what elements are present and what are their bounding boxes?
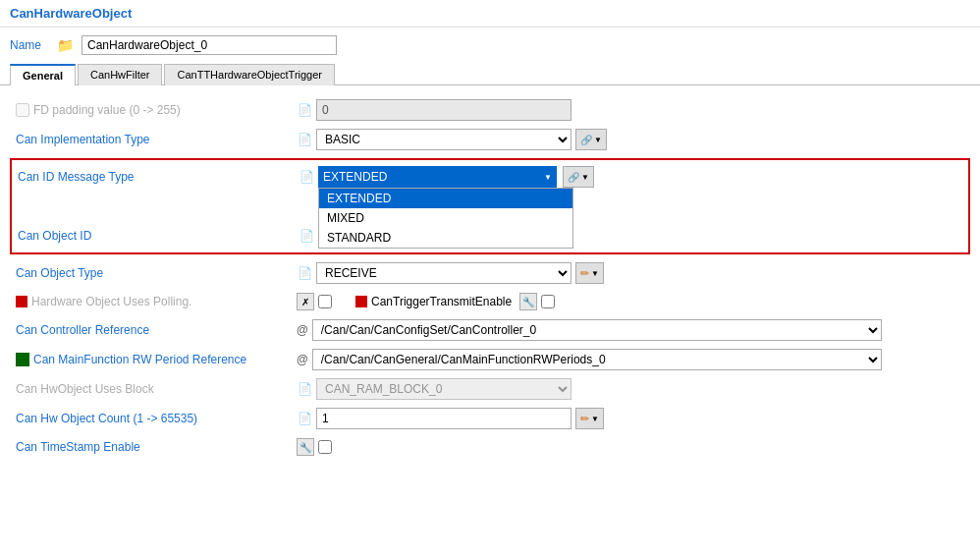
can-impl-type-row: Can Implementation Type 📄 BASIC 🔗 ▼ [10, 125, 970, 154]
can-hw-block-label: Can HwObject Uses Block [16, 382, 291, 396]
can-hw-count-label: Can Hw Object Count (1 -> 65535) [16, 412, 291, 425]
fd-padding-label: FD padding value (0 -> 255) [16, 103, 291, 117]
can-id-msg-type-row: Can ID Message Type 📄 EXTENDED ▼ EXTENDE… [12, 162, 968, 192]
can-hw-block-select[interactable]: CAN_RAM_BLOCK_0 [316, 378, 572, 400]
can-id-msg-dropdown-wrapper: EXTENDED ▼ EXTENDED MIXED STANDARD [318, 166, 557, 188]
can-obj-type-doc-icon: 📄 [297, 265, 312, 281]
pencil-icon-2: ✏ [580, 413, 589, 425]
can-obj-id-doc-icon: 📄 [299, 228, 314, 244]
can-hw-block-row: Can HwObject Uses Block 📄 CAN_RAM_BLOCK_… [10, 374, 970, 404]
can-object-type-label: Can Object Type [16, 266, 291, 280]
can-id-doc-icon: 📄 [299, 169, 314, 185]
highlight-region: Can ID Message Type 📄 EXTENDED ▼ EXTENDE… [10, 158, 970, 254]
can-timestamp-row: Can TimeStamp Enable 🔧 [10, 433, 970, 461]
can-timestamp-label: Can TimeStamp Enable [16, 440, 291, 454]
fd-padding-input[interactable] [316, 99, 572, 121]
arrow-icon-5: ▼ [591, 415, 599, 423]
fd-padding-doc-icon: 📄 [297, 102, 312, 118]
tabs-bar: General CanHwFilter CanTTHardwareObjectT… [0, 63, 980, 85]
tab-cantt[interactable]: CanTTHardwareObjectTrigger [164, 64, 335, 85]
can-impl-type-link-btn[interactable]: 🔗 ▼ [575, 129, 607, 150]
fd-padding-control: 📄 [297, 99, 964, 121]
can-timestamp-checkbox[interactable] [318, 440, 332, 454]
hw-polling-checkbox[interactable] [318, 295, 332, 308]
dropdown-option-standard[interactable]: STANDARD [319, 228, 572, 248]
can-controller-ref-row: Can Controller Reference @ /Can/Can/CanC… [10, 315, 970, 345]
can-impl-doc-icon: 📄 [297, 132, 312, 147]
can-object-id-label: Can Object ID [18, 229, 293, 243]
can-hw-count-control: 📄 ✏ ▼ [297, 408, 964, 429]
timestamp-icon: 🔧 [297, 438, 314, 456]
can-impl-type-label: Can Implementation Type [16, 133, 291, 146]
can-controller-ref-control: @ /Can/Can/CanConfigSet/CanController_0 [297, 319, 964, 341]
hw-polling-label: Hardware Object Uses Polling. [16, 295, 291, 308]
green-square-icon [16, 353, 29, 366]
dropdown-option-extended[interactable]: EXTENDED [319, 189, 572, 208]
trigger-icon: 🔧 [519, 293, 537, 310]
can-hw-block-control: 📄 CAN_RAM_BLOCK_0 [297, 378, 964, 400]
link-icon-2: 🔗 [568, 172, 579, 183]
can-id-msg-type-control: 📄 EXTENDED ▼ EXTENDED MIXED STANDARD [299, 166, 962, 188]
name-label: Name [10, 38, 49, 52]
pencil-icon: ✏ [580, 267, 589, 280]
can-trigger-checkbox[interactable] [541, 295, 555, 308]
can-mainfunc-label: Can MainFunction RW Period Reference [16, 353, 291, 366]
can-id-msg-link-btn[interactable]: 🔗 ▼ [563, 166, 594, 188]
arrow-icon-2: ▼ [581, 173, 589, 182]
can-object-type-row: Can Object Type 📄 RECEIVE ✏ ▼ [10, 258, 970, 288]
can-trigger-group: CanTriggerTransmitEnable 🔧 [355, 293, 555, 310]
can-object-type-btn[interactable]: ✏ ▼ [575, 262, 604, 284]
hw-polling-control: ✗ CanTriggerTransmitEnable 🔧 [297, 293, 964, 310]
link-icon: 🔗 [580, 135, 592, 145]
name-row: Name 📁 [0, 28, 980, 63]
can-mainfunc-select[interactable]: /Can/Can/CanGeneral/CanMainFunctionRWPer… [312, 349, 882, 370]
can-id-msg-dropdown: EXTENDED MIXED STANDARD [318, 188, 573, 249]
hw-count-doc-icon: 📄 [297, 411, 312, 426]
hw-polling-row: Hardware Object Uses Polling. ✗ CanTrigg… [10, 288, 970, 315]
can-object-type-select[interactable]: RECEIVE [316, 262, 572, 284]
can-impl-type-select[interactable]: BASIC [316, 129, 572, 150]
can-controller-ref-label: Can Controller Reference [16, 323, 291, 337]
can-hw-count-input[interactable] [316, 408, 572, 429]
folder-icon: 📁 [57, 37, 74, 53]
can-timestamp-control: 🔧 [297, 438, 964, 456]
can-hw-count-btn[interactable]: ✏ ▼ [575, 408, 604, 429]
can-id-msg-type-label: Can ID Message Type [18, 170, 293, 184]
can-mainfunc-control: @ /Can/Can/CanGeneral/CanMainFunctionRWP… [297, 349, 964, 370]
can-id-msg-select-shown[interactable]: EXTENDED ▼ [318, 166, 557, 188]
arrow-icon-4: ▼ [591, 269, 599, 278]
name-input[interactable] [82, 35, 337, 55]
can-controller-ref-select[interactable]: /Can/Can/CanConfigSet/CanController_0 [312, 319, 882, 341]
red-square-icon [16, 296, 27, 307]
can-hw-count-row: Can Hw Object Count (1 -> 65535) 📄 ✏ ▼ [10, 404, 970, 433]
can-mainfunc-row: Can MainFunction RW Period Reference @ /… [10, 345, 970, 374]
at-icon: @ [297, 323, 308, 337]
red-square-icon-2 [355, 296, 367, 307]
at-icon-2: @ [297, 353, 308, 366]
title-bar: CanHardwareObject [0, 0, 980, 28]
page-title: CanHardwareObject [10, 6, 132, 21]
fd-padding-row: FD padding value (0 -> 255) 📄 [10, 95, 970, 125]
fd-padding-checkbox[interactable] [16, 103, 29, 117]
tab-canhwfilter[interactable]: CanHwFilter [78, 64, 163, 85]
content-area: FD padding value (0 -> 255) 📄 Can Implem… [0, 85, 980, 471]
dropdown-arrow-icon: ▼ [544, 173, 552, 182]
dropdown-option-mixed[interactable]: MIXED [319, 208, 572, 228]
arrow-icon: ▼ [594, 136, 602, 144]
hw-block-doc-icon: 📄 [297, 381, 312, 397]
tab-general[interactable]: General [10, 64, 76, 85]
can-impl-type-control: 📄 BASIC 🔗 ▼ [297, 129, 964, 150]
can-object-type-control: 📄 RECEIVE ✏ ▼ [297, 262, 964, 284]
polling-x-icon: ✗ [297, 293, 314, 310]
